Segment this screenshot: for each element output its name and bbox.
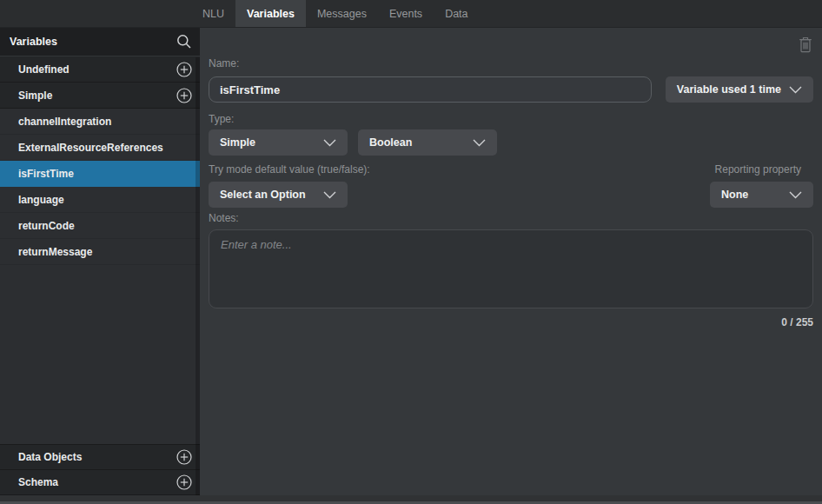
sidebar-category-schema[interactable]: Schema: [0, 470, 200, 495]
reporting-select-value: None: [721, 189, 748, 201]
tab-data[interactable]: Data: [434, 0, 479, 27]
add-icon[interactable]: [176, 88, 192, 103]
window-bottom-edge: [0, 495, 822, 504]
name-input[interactable]: [209, 76, 652, 103]
add-icon[interactable]: [176, 62, 192, 77]
tab-events[interactable]: Events: [378, 0, 434, 27]
sidebar-item-returnmessage[interactable]: returnMessage: [0, 239, 200, 265]
category-label: Data Objects: [18, 451, 82, 463]
sidebar-header: Variables: [0, 28, 200, 56]
top-tab-bar: NLU Variables Messages Events Data: [0, 0, 822, 28]
notes-textarea[interactable]: [209, 229, 813, 308]
tab-nlu[interactable]: NLU: [191, 0, 235, 27]
delete-variable-button[interactable]: [798, 36, 813, 53]
variable-name-label: returnCode: [18, 220, 75, 232]
trymode-column: Try mode default value (true/false): Sel…: [209, 156, 370, 208]
type-label: Type:: [209, 113, 813, 125]
type-select-row: Simple Boolean: [209, 129, 813, 156]
sidebar-title: Variables: [10, 36, 57, 48]
sidebar-item-language[interactable]: language: [0, 187, 200, 213]
sidebar-category-simple[interactable]: Simple: [0, 83, 200, 109]
variable-name-label: ExternalResourceReferences: [18, 142, 163, 154]
trymode-reporting-row: Try mode default value (true/false): Sel…: [209, 156, 813, 208]
chevron-down-icon: [789, 86, 802, 94]
trymode-select[interactable]: Select an Option: [209, 182, 348, 208]
name-row: Variable used 1 time: [209, 76, 813, 103]
sidebar-item-returncode[interactable]: returnCode: [0, 213, 200, 239]
usage-count-button[interactable]: Variable used 1 time: [666, 76, 813, 103]
reporting-select[interactable]: None: [710, 182, 813, 208]
usage-count-label: Variable used 1 time: [677, 83, 781, 96]
chevron-down-icon: [473, 139, 486, 147]
subtype-select[interactable]: Boolean: [358, 129, 497, 156]
type-select[interactable]: Simple: [209, 129, 348, 156]
variable-name-label: language: [18, 194, 64, 206]
reporting-label: Reporting property: [715, 163, 813, 176]
category-label: Simple: [18, 90, 52, 102]
tab-messages[interactable]: Messages: [306, 0, 378, 27]
category-label: Schema: [18, 476, 58, 488]
variable-detail-panel: Name: Variable used 1 time Type: Simple: [200, 28, 822, 495]
type-select-value: Simple: [220, 136, 255, 149]
add-icon[interactable]: [176, 449, 192, 465]
name-label: Name:: [209, 57, 813, 70]
sidebar-item-channelintegration[interactable]: channelIntegration: [0, 109, 200, 135]
sidebar-item-externalresourcereferences[interactable]: ExternalResourceReferences: [0, 135, 200, 161]
sidebar-category-undefined[interactable]: Undefined: [0, 56, 200, 83]
sidebar-empty-space: [0, 265, 200, 444]
sidebar-item-isfirsttime[interactable]: isFirstTime: [0, 161, 200, 187]
reporting-column: Reporting property None: [710, 156, 813, 208]
category-label: Undefined: [18, 63, 70, 76]
chevron-down-icon: [323, 139, 336, 147]
trymode-select-value: Select an Option: [220, 189, 306, 201]
search-icon[interactable]: [176, 34, 192, 50]
variables-editor-window: NLU Variables Messages Events Data Varia…: [0, 0, 822, 504]
variable-name-label: isFirstTime: [18, 168, 74, 180]
variable-name-label: returnMessage: [18, 246, 92, 258]
trash-icon: [799, 36, 812, 53]
sidebar-category-data-objects[interactable]: Data Objects: [0, 444, 200, 470]
trymode-label: Try mode default value (true/false):: [209, 163, 370, 176]
chevron-down-icon: [323, 191, 336, 199]
variables-sidebar: Variables Undefined Simple: [0, 28, 200, 495]
tab-variables[interactable]: Variables: [235, 0, 306, 27]
char-counter: 0 / 255: [209, 316, 813, 328]
notes-label: Notes:: [209, 212, 813, 224]
subtype-select-value: Boolean: [369, 136, 412, 149]
variable-name-label: channelIntegration: [18, 116, 111, 128]
chevron-down-icon: [789, 191, 802, 199]
add-icon[interactable]: [176, 474, 192, 490]
